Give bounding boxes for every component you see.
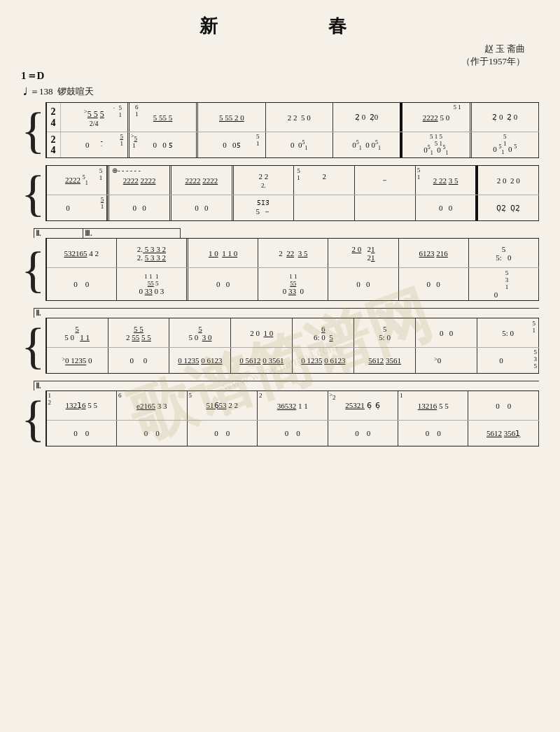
bcell-1-6: 5 1 5 5 1 051 0 51 <box>402 132 471 157</box>
bc4-5: 0 1235 0 6123 <box>293 348 354 373</box>
c3-1: 532165 4 2 <box>47 239 117 267</box>
c3-2: 2. 5 3 3 22. 5 3 3 2 <box>117 239 188 267</box>
brace-3: { <box>21 238 46 301</box>
bcell-1-7: 51 0 51 0 5 <box>472 132 539 157</box>
c4-2: 5 52 55 5 5 <box>108 318 170 347</box>
time-sig-1: 24 <box>47 103 61 132</box>
c2-3: 2222 2222 <box>172 166 234 195</box>
brace-5: { <box>21 390 46 446</box>
bc3-5: 0 0 <box>328 268 398 300</box>
bc5-7: 5612 3561̣ <box>468 421 538 446</box>
system-2: { 51 2222 51 ⊕- - - - - - 2222 2222 2222… <box>21 165 539 221</box>
c5-1: 12 1321̣6 5 5 <box>47 391 117 420</box>
c4-6: 55: 0 <box>354 318 416 347</box>
page: 歌谱简谱网 www.www.jianpu4.com 新 春 赵 玉 斋曲 （作于… <box>0 0 560 732</box>
bc4-6: 5612 3561 <box>354 348 416 373</box>
cell-1-6: 5 1 2222 5 0 <box>402 103 471 132</box>
tempo-row: ♩＝138 锣鼓喧天 <box>21 85 539 98</box>
page-title: 新 春 <box>21 14 539 38</box>
c2-8: 2 0 2 0 <box>478 166 539 195</box>
composer-info: 赵 玉 斋曲 （作于1957年） <box>21 43 525 68</box>
bc3-4: 1 155 0 33 0 <box>258 268 328 300</box>
bc4-7: >0 <box>416 348 477 373</box>
bc2-8: 0̣2̣ 0̣2̣ <box>478 195 539 220</box>
bc4-3: 0 1235 0 6123 <box>169 348 231 373</box>
cell-1-5: 2̣ 0 2̣0 <box>333 103 402 132</box>
c5-6: 1 13216 5 5 <box>398 391 468 420</box>
bcell-1-3: 51 0 05̈ <box>198 132 265 157</box>
staff-pair-3: 532165 4 2 2. 5 3 3 22. 5 3 3 2 1 0 1 1 … <box>46 238 539 301</box>
c3-3: 1 0 1 1 0 <box>188 239 258 267</box>
bc3-1: 0 0 <box>47 268 117 300</box>
c3-5: 2 0 21 21 <box>328 239 398 267</box>
key-tempo-row: 1＝D <box>21 69 539 83</box>
top-staff-row-1: 24 · 51 >5 5 5 2/4 61 5 55 5 5 55 2 0 <box>47 102 539 132</box>
bc4-2: 0 0 <box>108 348 170 373</box>
c4-4: 2 0 1 0 <box>231 318 293 347</box>
staff-pair-4: 55 0 1 1 5 52 55 5 5 55 0 3 0 2 0 1 0 66… <box>46 318 539 374</box>
top-staff-2: 51 2222 51 ⊕- - - - - - 2222 2222 2222 2… <box>47 165 539 195</box>
bc2-1: 51 0 <box>47 195 108 220</box>
cell-1-2: 61 5 55 5 <box>130 103 198 132</box>
bot-staff-5: 0 0 0 0 0 0 0 0 0 0 <box>47 420 539 446</box>
c2-7: 51 2 22 3 5 <box>416 166 479 195</box>
cell-1-3: 5 55 2 0 <box>198 103 265 132</box>
volta-row: Ⅱ. Ⅲ. <box>34 228 539 238</box>
bc5-1: 0 0 <box>47 421 117 446</box>
c4-8: 51 5: 0 <box>477 318 539 347</box>
bot-staff-2: 51 0 0 0 0 0 5̈1̈3̈ 5 － <box>47 195 539 221</box>
bc2-4: 5̈1̈3̈ 5 － <box>234 195 295 220</box>
bcell-1-2: >51 0 0 5̈ <box>130 132 198 157</box>
system-1: { 24 · 51 >5 5 5 2/4 61 5 55 5 <box>21 102 539 158</box>
bc5-2: 0 0 <box>117 421 187 446</box>
bc2-3: 0 0 <box>172 195 234 220</box>
bc2-6 <box>355 195 416 220</box>
tempo-marking: ♩＝138 锣鼓喧天 <box>21 85 94 98</box>
bc4-1: >0 1235 0 <box>47 348 108 373</box>
c3-7: 55: 0 <box>469 239 539 267</box>
brace-2: { <box>21 165 46 221</box>
volta-row-4: Ⅱ. <box>34 308 539 318</box>
bc3-7: 5 3 1 0 <box>469 268 539 300</box>
bc5-5: 0 0 <box>328 421 398 446</box>
bc4-4: 0 5612 0 3561 <box>231 348 293 373</box>
c5-7: 0 0 <box>468 391 538 420</box>
c5-3: 5 516̣53 2 2 <box>188 391 258 420</box>
c3-6: 6123 216 <box>399 239 469 267</box>
cell-1-7: 2̣ 0 2̣ 0 <box>472 103 539 132</box>
c4-7: 0 0 <box>416 318 477 347</box>
bc5-4: 0 0 <box>258 421 328 446</box>
bc2-5 <box>294 195 355 220</box>
c2-6: － <box>355 166 416 195</box>
bc2-7: 0 0 <box>416 195 479 220</box>
c2-4: 2 22. <box>234 166 295 195</box>
bc5-6: 0 0 <box>398 421 468 446</box>
brace-4: { <box>21 318 46 374</box>
bc5-3: 0 0 <box>188 421 258 446</box>
bc3-2: 1 1 1 55 5 0 33 0 3 <box>117 268 188 300</box>
top-staff-3: 532165 4 2 2. 5 3 3 22. 5 3 3 2 1 0 1 1 … <box>47 238 539 267</box>
staff-pair-1: 24 · 51 >5 5 5 2/4 61 5 55 5 5 55 2 0 <box>46 102 539 158</box>
c4-3: 55 0 3 0 <box>169 318 231 347</box>
system-4: Ⅱ. { 55 0 1 1 5 52 55 5 5 55 0 3 0 <box>21 308 539 374</box>
bc3-6: 0 0 <box>399 268 469 300</box>
top-staff-5: 12 1321̣6 5 5 6 e2165 3 3 5 516̣53 2 2 2… <box>47 390 539 420</box>
c5-2: 6 e2165 3 3 <box>117 391 187 420</box>
top-staff-4: 55 0 1 1 5 52 55 5 5 55 0 3 0 2 0 1 0 66… <box>47 318 539 347</box>
c5-5: >2 25321 6̣ 6̣ <box>328 391 398 420</box>
cell-1-1: · 51 >5 5 5 2/4 <box>61 103 130 132</box>
brace-1: { <box>21 102 46 158</box>
key-signature: 1＝D <box>21 69 44 83</box>
c4-5: 66: 0 5 <box>293 318 354 347</box>
system-3: Ⅱ. Ⅲ. { 532165 4 2 2. 5 3 3 22. 5 3 3 2 … <box>21 228 539 301</box>
bc2-2: 0 0 <box>107 195 172 220</box>
c4-1: 55 0 1 1 <box>47 318 108 347</box>
bot-staff-row-1: 24 51 0 · >51 0 0 5̈ 51 0 05̈ <box>47 132 539 158</box>
c2-2: ⊕- - - - - - 2222 2222 <box>107 166 172 195</box>
staff-pair-5: 12 1321̣6 5 5 6 e2165 3 3 5 516̣53 2 2 2… <box>46 390 539 446</box>
bot-staff-4: >0 1235 0 0 0 0 1235 0 6123 0 5612 0 356… <box>47 347 539 374</box>
volta-row-5: Ⅱ. <box>34 381 539 390</box>
cell-1-4: 2 2 5 0 <box>266 103 333 132</box>
c3-4: 2 22 3 5 <box>258 239 328 267</box>
staff-pair-2: 51 2222 51 ⊕- - - - - - 2222 2222 2222 2… <box>46 165 539 221</box>
